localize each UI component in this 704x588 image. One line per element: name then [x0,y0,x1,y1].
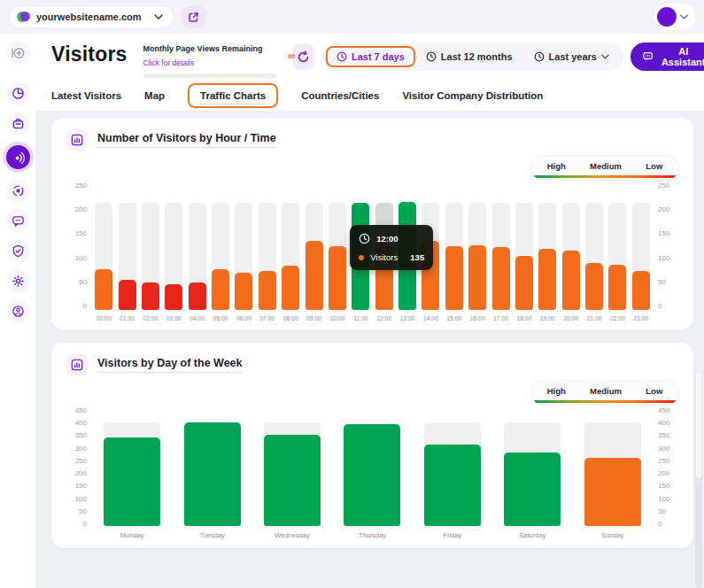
bar-value [306,241,323,310]
bar-01:00[interactable]: 01:00 [115,190,138,321]
bar-03:00[interactable]: 03:00 [162,190,185,321]
y-tick: 50 [658,507,666,515]
x-tick: Tuesday [199,531,225,539]
bar-Tuesday[interactable]: Tuesday [172,413,251,539]
sidebar-item-store[interactable] [6,112,30,135]
pie-chart-icon [12,87,25,100]
bar-value [468,245,486,310]
bar-Sunday[interactable]: Sunday [573,413,653,539]
bar-Monday[interactable]: Monday [92,413,172,539]
sidebar-item-settings[interactable] [6,269,30,293]
x-tick: 10:00 [329,315,344,321]
bar-Thursday[interactable]: Thursday [332,413,412,539]
expand-panel-icon [11,46,25,60]
y-tick: 200 [75,205,87,213]
sidebar-item-goals[interactable] [6,179,30,203]
bar-07:00[interactable]: 07:00 [256,190,279,321]
bar-Saturday[interactable]: Saturday [492,413,572,539]
ai-assistant-button[interactable]: AI Assistant [631,43,704,71]
tab-traffic-charts[interactable]: Traffic Charts [188,83,278,108]
bar-04:00[interactable]: 04:00 [186,190,209,321]
bar-19:00[interactable]: 19:00 [536,190,559,321]
y-tick: 100 [658,495,669,503]
bar-20:00[interactable]: 20:00 [560,190,583,321]
y-axis-right: 050100150200250 [658,186,679,321]
y-tick: 50 [79,507,87,515]
bar-10:00[interactable]: 10:00 [326,190,349,321]
x-tick: 01:00 [120,315,135,321]
legend-high: High [547,386,566,396]
chat-bubble-icon [12,214,25,228]
bar-value [189,282,206,310]
tab-map[interactable]: Map [144,90,165,101]
x-tick: Friday [443,531,461,539]
bar-08:00[interactable]: 08:00 [279,190,302,321]
date-range-group: Last 7 days Last 12 months Last years [322,43,623,71]
charts-area: Number of Visitors by Hour / Time High M… [35,111,704,588]
bar-09:00[interactable]: 09:00 [302,190,325,321]
bar-15:00[interactable]: 15:00 [443,190,466,321]
x-tick: 13:00 [400,315,415,321]
bar-value [184,422,241,526]
bar-00:00[interactable]: 00:00 [92,190,115,321]
legend-low: Low [646,386,662,396]
page-scrollbar[interactable] [695,372,702,588]
quota-details-link[interactable]: Click for details [143,58,195,67]
x-tick: Sunday [601,531,623,539]
y-tick: 100 [75,254,87,262]
tab-visitor-company-distribution[interactable]: Visitor Company Distribution [402,90,543,101]
tab-countries-cities[interactable]: Countries/Cities [301,90,379,101]
bar-22:00[interactable]: 22:00 [606,190,629,321]
clock-icon [426,51,437,62]
sidebar-item-account[interactable] [6,299,30,323]
site-selector[interactable]: yourwebsitename.com [9,5,174,28]
bar-value [212,269,229,310]
site-favicon [17,11,29,23]
heat-legend: High Medium Low [530,155,679,181]
x-tick: 20:00 [563,315,578,321]
range-last-12-months[interactable]: Last 12 months [415,47,523,66]
tab-latest-visitors[interactable]: Latest Visitors [51,90,121,101]
clock-icon [534,51,545,62]
sidebar-item-visitors[interactable] [6,145,30,169]
range-last-years-dropdown[interactable]: Last years [523,47,620,66]
x-tick: 16:00 [470,315,485,321]
bar-17:00[interactable]: 17:00 [489,190,512,321]
bar-05:00[interactable]: 05:00 [209,190,232,321]
bar-18:00[interactable]: 18:00 [513,190,536,321]
bar-Friday[interactable]: Friday [413,413,492,539]
sidebar-toggle[interactable] [6,41,30,65]
y-tick: 250 [658,182,669,190]
sidebar-item-dashboard[interactable] [6,81,30,105]
bar-value [282,266,299,310]
bar-16:00[interactable]: 16:00 [466,190,489,321]
y-tick: 0 [83,302,87,310]
y-tick: 300 [75,445,87,453]
bar-21:00[interactable]: 21:00 [583,190,606,321]
bar-23:00[interactable]: 23:00 [630,190,653,321]
clock-icon [337,51,347,62]
sidebar-item-privacy[interactable] [6,239,30,263]
y-tick: 150 [658,482,669,490]
user-menu[interactable] [654,4,695,30]
top-bar: yourwebsitename.com [0,0,704,34]
x-tick: Monday [120,531,144,539]
range-last-7-days[interactable]: Last 7 days [326,46,415,67]
x-tick: 09:00 [306,315,321,321]
bar-value [632,271,650,310]
legend-high: High [547,161,566,171]
bar-value [424,445,481,526]
bar-06:00[interactable]: 06:00 [232,190,255,321]
bar-value [95,269,112,310]
y-tick: 250 [75,182,87,190]
y-tick: 350 [658,431,669,439]
x-tick: 23:00 [633,315,648,321]
y-tick: 200 [658,205,669,213]
sidebar-item-chat[interactable] [6,209,30,233]
x-tick: Saturday [519,531,545,539]
open-site-button[interactable] [182,5,206,28]
x-tick: 04:00 [190,315,205,321]
y-tick: 250 [658,457,669,465]
bar-02:00[interactable]: 02:00 [139,190,162,321]
bar-Wednesday[interactable]: Wednesday [252,413,332,539]
